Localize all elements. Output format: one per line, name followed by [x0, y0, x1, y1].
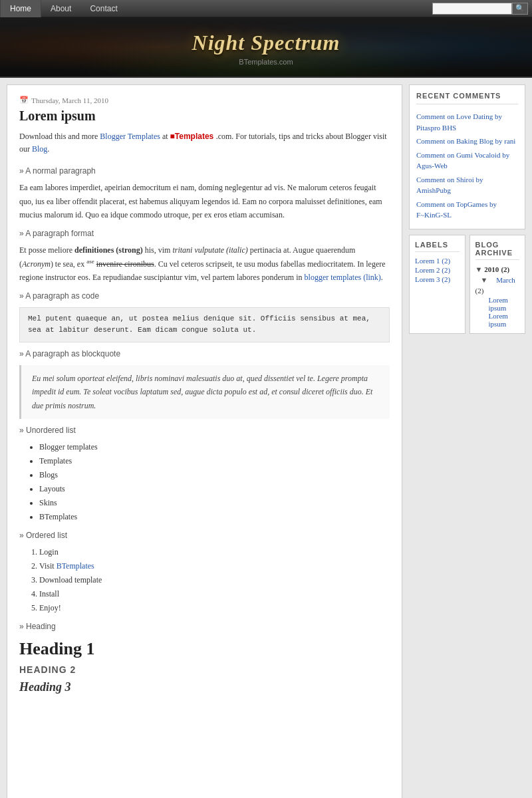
label-item[interactable]: Lorem 1 (2) — [415, 256, 460, 265]
btemplates-ordered-link[interactable]: BTemplates — [57, 561, 94, 571]
list-item: Skins — [39, 496, 390, 510]
normal-paragraph: Ea eam labores imperdiet, apeirian democ… — [19, 181, 390, 221]
search-button[interactable]: 🔍 — [512, 3, 528, 15]
calendar-icon: 📅 — [19, 96, 29, 104]
recent-comment-item[interactable]: Comment on Shiroi by AmishPubg — [416, 173, 518, 198]
list-item: Blogs — [39, 468, 390, 482]
archive-year-count: (2) — [501, 265, 509, 273]
italic-text: tritani vulputate (italic) — [172, 245, 247, 255]
blog-archive-widget: BLOG ARCHIVE ▼ 2010 (2) ▼ March (2) Lore… — [469, 235, 526, 334]
content-area: 📅 Thursday, March 11, 2010 Lorem ipsum D… — [7, 84, 402, 798]
archive-post[interactable]: Lorem ipsum — [475, 312, 520, 328]
format-paragraph: Et posse meliore definitiones (strong) h… — [19, 243, 390, 285]
list-item: Templates — [39, 454, 390, 468]
recent-comments-widget: RECENT COMMENTS Comment on Love Dating b… — [409, 84, 525, 229]
archive-year-row: ▼ 2010 (2) — [475, 264, 520, 275]
label-count: (2) — [442, 257, 450, 265]
heading-3: Heading 3 — [19, 680, 390, 694]
topbar: Home About Contact 🔍 — [0, 0, 532, 17]
section-ordered-heading: » Ordered list — [19, 531, 390, 540]
list-item: Visit BTemplates — [39, 559, 390, 573]
list-item: Blogger templates — [39, 440, 390, 454]
list-item: Download template — [39, 573, 390, 587]
search-box: 🔍 — [432, 3, 528, 15]
site-title: Night Spectrum — [0, 31, 532, 55]
label-count: (2) — [442, 275, 450, 283]
archive-month[interactable]: March — [489, 276, 515, 284]
label-text: Lorem 2 — [415, 266, 440, 274]
label-text: Lorem 1 — [415, 257, 440, 265]
acronym-text: Acronym — [22, 259, 51, 269]
list-item: Enjoy! — [39, 601, 390, 615]
archive-title: BLOG ARCHIVE — [475, 241, 520, 260]
labels-archive-row: LABELS Lorem 1 (2) Lorem 2 (2) Lorem 3 (… — [409, 235, 525, 334]
section-code-heading: » A paragraph as code — [19, 291, 390, 301]
section-format-heading: » A paragraph format — [19, 229, 390, 238]
label-item[interactable]: Lorem 3 (2) — [415, 275, 460, 284]
archive-month-row: ▼ March (2) — [475, 275, 520, 296]
recent-comment-item[interactable]: Comment on TopGames by F~KinG-SL — [416, 198, 518, 222]
archive-month-count: (2) — [475, 287, 484, 295]
site-subtitle: BTemplates.com — [0, 58, 532, 66]
labels-title: LABELS — [415, 241, 460, 252]
list-item: Layouts — [39, 482, 390, 496]
nav-home[interactable]: Home — [0, 0, 41, 17]
date-text: Thursday, March 11, 2010 — [31, 96, 108, 104]
strikethrough: invenire cironibus — [96, 259, 154, 269]
main-wrapper: 📅 Thursday, March 11, 2010 Lorem ipsum D… — [0, 78, 532, 798]
post-date: 📅 Thursday, March 11, 2010 — [19, 96, 390, 104]
nav-contact[interactable]: Contact — [80, 0, 126, 17]
section-unordered-heading: » Unordered list — [19, 426, 390, 435]
recent-comment-item[interactable]: Comment on Gumi Vocaloid by Agus-Web — [416, 148, 518, 173]
search-input[interactable] — [432, 3, 512, 15]
heading-2: HEADING 2 — [19, 664, 390, 675]
blogger-templates-link[interactable]: Blogger Templates — [100, 132, 160, 141]
sidebar: RECENT COMMENTS Comment on Love Dating b… — [409, 84, 525, 798]
code-block: Mel putent quaeque an, ut postea melius … — [19, 307, 390, 342]
ordered-list: Login Visit BTemplates Download template… — [39, 545, 390, 615]
post-title: Lorem ipsum — [19, 108, 390, 124]
list-item: BTemplates — [39, 510, 390, 524]
top-navigation: Home About Contact — [0, 0, 127, 17]
post-intro: Download this and more Blogger Templates… — [19, 130, 390, 156]
recent-comments-title: RECENT COMMENTS — [416, 92, 518, 104]
section-blockquote-heading: » A paragraph as blockquote — [19, 349, 390, 358]
labels-widget: LABELS Lorem 1 (2) Lorem 2 (2) Lorem 3 (… — [409, 235, 466, 334]
recent-comment-item[interactable]: Comment on Baking Blog by rani — [416, 134, 518, 148]
unordered-list: Blogger templates Templates Blogs Layout… — [39, 440, 390, 524]
archive-year: 2010 — [484, 265, 499, 273]
label-text: Lorem 3 — [415, 275, 440, 283]
label-item[interactable]: Lorem 2 (2) — [415, 265, 460, 275]
bold-text: definitiones (strong) — [74, 245, 143, 255]
post-body: » A normal paragraph Ea eam labores impe… — [19, 166, 390, 694]
blockquote: Eu mei solum oporteat eleifend, libris n… — [19, 365, 390, 419]
btemplates-logo: ■Templates — [170, 132, 214, 141]
archive-post[interactable]: Lorem ipsum — [475, 296, 520, 312]
list-item: Login — [39, 545, 390, 559]
list-item: Install — [39, 587, 390, 601]
section-normal-heading: » A normal paragraph — [19, 166, 390, 176]
nav-about[interactable]: About — [41, 0, 80, 17]
section-heading-label: » Heading — [19, 622, 390, 631]
superscript: ase — [86, 258, 94, 265]
blog-link[interactable]: Blog — [32, 144, 47, 154]
recent-comment-item[interactable]: Comment on Love Dating by Pitaspro BHS — [416, 110, 518, 134]
blogger-templates-link-2[interactable]: blogger templates (link) — [305, 273, 381, 282]
heading-1: Heading 1 — [19, 639, 390, 659]
site-header: Night Spectrum BTemplates.com — [0, 17, 532, 78]
label-count: (2) — [442, 266, 450, 274]
